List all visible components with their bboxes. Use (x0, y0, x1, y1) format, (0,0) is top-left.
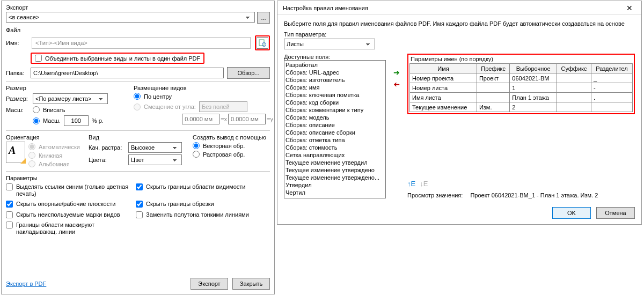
ok-button[interactable]: OK (552, 207, 591, 219)
col-suffix: Суффикс (557, 64, 591, 73)
folder-label: Папка: (6, 70, 27, 76)
list-item[interactable]: Сборка: изготовитель (286, 76, 384, 84)
list-item[interactable]: Чертил (286, 189, 384, 196)
scale-value-input[interactable] (64, 115, 89, 126)
list-item[interactable]: Сборка: модель (286, 114, 384, 121)
offset-y-input (228, 114, 266, 124)
margin-select: Без полей (199, 101, 247, 112)
selected-params-title: Параметры имен (по порядку) (409, 56, 633, 63)
export-section-label: Экспорт (6, 4, 270, 11)
file-section-label: Файл (6, 27, 270, 33)
browse-button[interactable]: Обзор... (227, 67, 270, 79)
orientation-icon (6, 142, 25, 163)
orient-landscape-radio[interactable]: Альбомная (28, 160, 70, 167)
param-halftone-thin[interactable]: Заменить полутона тонкими линиями (136, 211, 275, 218)
edit-name-rules-button[interactable] (257, 37, 268, 49)
help-link[interactable]: Экспорт в PDF (6, 281, 46, 287)
table-row[interactable]: Номер проектаПроект06042021-BM_ (410, 73, 633, 83)
list-item[interactable]: Сборка: стоимость (286, 144, 384, 151)
raster-quality-select[interactable]: Высокое (128, 142, 182, 153)
param-hide-crop[interactable]: Скрыть границы обрезки (136, 201, 275, 208)
dialog-title: Настройка правил именования (283, 5, 368, 11)
merge-checkbox[interactable]: Объединить выбранные виды и листы в один… (31, 53, 204, 64)
list-item[interactable]: Разработал (286, 61, 384, 69)
size-field-label: Размер: (6, 95, 30, 102)
scale-label: Масш: (6, 107, 30, 113)
offset-radio[interactable]: Смещение от угла: (134, 104, 196, 110)
list-item[interactable]: Сетка направляющих (286, 151, 384, 159)
add-field-button[interactable]: ➔ (392, 69, 401, 77)
size-section-label: Размер (6, 85, 129, 91)
name-label: Имя: (6, 40, 27, 46)
name-template-field: <Тип>-<Имя вида> (32, 37, 251, 49)
available-fields-label: Доступные поля: (284, 54, 386, 60)
col-sep: Разделител (591, 64, 632, 73)
params-section-label: Параметры (6, 175, 270, 181)
colors-select[interactable]: Цвет (128, 154, 182, 165)
page-settings-icon (259, 39, 266, 47)
param-type-label: Тип параметра: (284, 31, 635, 38)
list-item[interactable]: Сборка: описание сборки (286, 129, 384, 136)
folder-input[interactable] (31, 68, 224, 78)
percent-label: % р. (92, 117, 104, 124)
available-fields-list[interactable]: РазработалСборка: URL-адресСборка: изгот… (284, 60, 386, 198)
list-item[interactable]: Утвердил (286, 181, 384, 189)
close-icon[interactable]: ✕ (619, 2, 640, 14)
move-up-button[interactable]: ↑E (407, 180, 415, 188)
center-radio[interactable]: По центру (134, 93, 172, 100)
selected-params-highlight: Параметры имен (по порядку) Имя Префикс … (407, 54, 635, 114)
list-item[interactable]: Сборка: описание (286, 121, 384, 129)
export-button[interactable]: Экспорт (191, 278, 228, 290)
export-session-select[interactable]: <в сеансе> (6, 12, 255, 23)
param-hide-planes[interactable]: Скрыть опорные/рабочие плоскости (6, 201, 129, 208)
param-links-blue[interactable]: Выделять ссылки синим (только цветная пе… (6, 183, 129, 197)
param-type-select[interactable]: Листы (284, 39, 375, 49)
vector-radio[interactable]: Векторная обр. (193, 142, 245, 149)
param-hide-scope[interactable]: Скрыть границы области видимости (136, 183, 275, 197)
list-item[interactable]: Текущее изменение утверждено... (286, 174, 384, 181)
close-button[interactable]: Закрыть (232, 278, 270, 290)
export-dialog: Экспорт <в сеансе> ... Файл Имя: <Тип>-<… (1, 1, 275, 294)
preview-value: Проект 06042021-BM_1 - План 1 этажа. Изм… (470, 192, 598, 198)
list-item[interactable]: Сборка: код сборки (286, 99, 384, 106)
table-row[interactable]: Имя листаПлан 1 этажа. (410, 93, 633, 102)
naming-rules-dialog: Настройка правил именования ✕ Выберите п… (277, 1, 642, 225)
export-more-button[interactable]: ... (257, 12, 270, 24)
param-mask-lines[interactable]: Границы области маскируют накладывающ. л… (6, 222, 129, 235)
table-row[interactable]: Номер листа1- (410, 83, 633, 93)
param-hide-tags[interactable]: Скрыть неиспользуемые марки видов (6, 211, 129, 218)
raster-radio[interactable]: Растровая обр. (193, 151, 245, 158)
dialog-description: Выберите поля для правил именования файл… (284, 20, 635, 27)
move-down-button[interactable]: ↓E (420, 180, 428, 188)
output-section-label: Создать вывод с помощью (193, 134, 273, 141)
paper-size-select[interactable]: <По размеру листа> (33, 93, 108, 104)
cancel-button[interactable]: Отмена (596, 207, 635, 219)
list-item[interactable]: Текущее изменение утверждено (286, 166, 384, 174)
col-name: Имя (410, 64, 477, 73)
view-section-label: Вид (89, 134, 191, 141)
remove-field-button[interactable]: ➔ (392, 80, 401, 89)
table-row[interactable]: Текущее изменениеИзм.2 (410, 102, 633, 112)
orient-portrait-radio[interactable]: Книжная (28, 152, 62, 159)
list-item[interactable]: Сборка: ключевая пометка (286, 91, 384, 99)
list-item[interactable]: Сборка: имя (286, 84, 384, 91)
scale-radio[interactable]: Масш. (33, 117, 61, 124)
list-item[interactable]: Сборка: комментарии к типу (286, 106, 384, 114)
list-item[interactable]: Сборка: отметка типа (286, 136, 384, 144)
list-item[interactable]: Сборка: URL-адрес (286, 69, 384, 76)
placement-section-label: Размещение видов (134, 85, 273, 91)
offset-x-input (182, 114, 219, 124)
selected-params-table[interactable]: Имя Префикс Выборочное Суффикс Разделите… (409, 63, 633, 112)
orientation-section-label: Ориентация (6, 134, 86, 141)
preview-label: Просмотр значения: (407, 192, 463, 198)
fit-radio[interactable]: Вписать (33, 106, 65, 113)
list-item[interactable]: Текущее изменение утвердил (286, 159, 384, 166)
col-prefix: Префикс (477, 64, 509, 73)
col-sample: Выборочное (510, 64, 557, 73)
orient-auto-radio[interactable]: Автоматически (28, 143, 80, 150)
